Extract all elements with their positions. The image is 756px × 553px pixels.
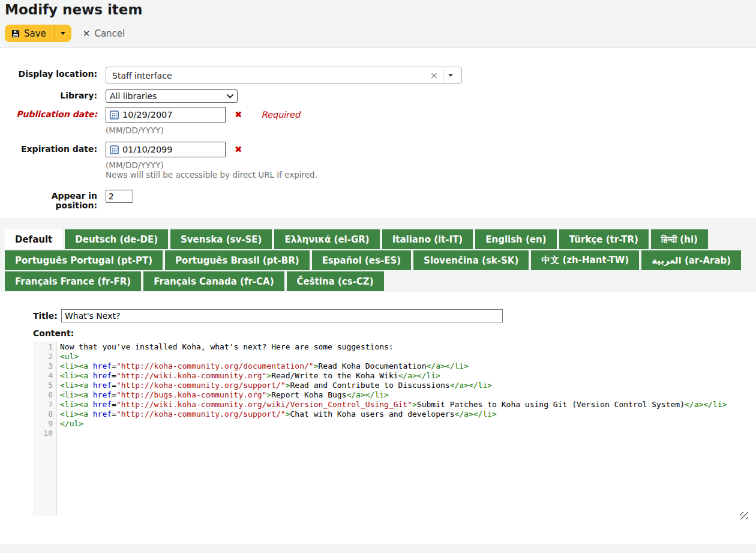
tab-el-gr[interactable]: Ελληνικά (el-GR) — [274, 229, 379, 249]
publication-date-value: 10/29/2007 — [122, 110, 173, 119]
display-location-dropdown-toggle[interactable] — [443, 67, 458, 83]
code-line: <li><a href="http://bugs.koha-community.… — [60, 390, 739, 400]
library-row: Library: All libraries — [0, 88, 756, 103]
library-select[interactable]: All libraries — [106, 89, 238, 103]
tab-zh-hant-tw[interactable]: 中文 (zh-Hant-TW) — [531, 250, 639, 270]
expiration-date-note: News will still be accessible by direct … — [106, 171, 317, 180]
code-line: <li><a href="http://koha-community.org/d… — [60, 361, 739, 371]
content-editor: 12345678910 Now that you've installed Ko… — [33, 342, 739, 516]
expiration-date-format-hint: (MM/DD/YYYY) — [106, 161, 317, 170]
toolbar: Save ✕ Cancel — [5, 25, 756, 42]
position-input[interactable] — [106, 190, 133, 203]
tab-sloven-ina-sk-sk[interactable]: Slovenčina (sk-SK) — [413, 250, 529, 270]
required-badge: Required — [262, 110, 301, 119]
library-selected-value: All libraries — [110, 91, 227, 101]
tab-fran-ais-france-fr-fr[interactable]: Français France (fr-FR) — [5, 271, 141, 291]
line-number: 6 — [33, 390, 53, 400]
tab-svenska-sv-se[interactable]: Svenska (sv-SE) — [170, 229, 272, 249]
chevron-down-icon — [227, 94, 233, 98]
display-location-select[interactable]: Staff interface × — [106, 67, 462, 84]
content-section: Title: Content: 12345678910 Now that you… — [0, 292, 756, 516]
code-line: <li><a href="http://koha-community.org/s… — [60, 409, 739, 419]
clear-publication-date-button[interactable]: ✖ — [231, 109, 246, 121]
display-location-label: Display location: — [0, 67, 97, 79]
line-number: 5 — [33, 381, 53, 390]
title-label: Title: — [33, 311, 58, 321]
tab-default[interactable]: Default — [5, 229, 62, 249]
calendar-icon — [110, 145, 119, 154]
publication-date-input[interactable]: 10/29/2007 — [106, 107, 226, 122]
line-number: 2 — [33, 352, 53, 361]
position-row: Appear in position: — [0, 190, 756, 210]
line-number: 1 — [33, 342, 53, 352]
tab-e-tina-cs-cz[interactable]: Čeština (cs-CZ) — [287, 271, 384, 291]
page-header: Modify news item Save ✕ Cancel — [0, 0, 756, 48]
save-button[interactable]: Save — [5, 25, 54, 42]
page-title: Modify news item — [0, 0, 756, 17]
code-line: <ul> — [60, 352, 739, 361]
code-line: <li><a href="http://koha-community.org/s… — [60, 381, 739, 390]
publication-date-row: Publication date: 10/29/2007 ✖ Required … — [0, 107, 756, 135]
line-number: 3 — [33, 361, 53, 371]
expiration-date-value: 01/10/2099 — [122, 145, 173, 154]
save-icon — [11, 29, 20, 38]
publication-date-label: Publication date: — [0, 107, 97, 119]
chevron-down-icon — [448, 74, 453, 77]
expiration-date-input[interactable]: 01/10/2099 — [106, 142, 226, 157]
code-line: <li><a href="http://wiki.koha-community.… — [60, 400, 739, 409]
code-line: Now that you've installed Koha, what's n… — [60, 342, 739, 352]
tab-row: Português Portugal (pt-PT)Português Bras… — [5, 250, 751, 270]
tab-deutsch-de-de[interactable]: Deutsch (de-DE) — [65, 229, 168, 249]
editor-gutter: 12345678910 — [33, 342, 57, 516]
code-line: <li><a href="http://wiki.koha-community.… — [60, 371, 739, 381]
caret-down-icon — [61, 32, 65, 35]
expiration-date-label: Expiration date: — [0, 142, 97, 154]
tab-portugu-s-brasil-pt-br[interactable]: Português Brasil (pt-BR) — [165, 250, 310, 270]
close-icon: ✕ — [83, 28, 91, 39]
cancel-button[interactable]: ✕ Cancel — [83, 28, 125, 39]
news-item-form: Display location: Staff interface × Libr… — [0, 48, 756, 219]
publication-date-format-hint: (MM/DD/YYYY) — [106, 126, 300, 135]
language-tabs: DefaultDeutsch (de-DE)Svenska (sv-SE)Ελλ… — [0, 219, 756, 292]
display-location-value: Staff interface — [112, 71, 425, 80]
tab-italiano-it-it[interactable]: Italiano (it-IT) — [382, 229, 473, 249]
tab-fran-ais-canada-fr-ca[interactable]: Français Canada (fr-CA) — [143, 271, 284, 291]
content-label: Content: — [33, 328, 756, 338]
line-number: 9 — [33, 419, 53, 429]
calendar-icon — [110, 110, 119, 119]
editor-code-area[interactable]: Now that you've installed Koha, what's n… — [57, 342, 739, 516]
code-line — [60, 429, 739, 438]
save-dropdown-toggle[interactable] — [54, 25, 71, 42]
code-line: </ul> — [60, 419, 739, 429]
library-label: Library: — [0, 88, 97, 100]
line-number: 4 — [33, 371, 53, 381]
tab-english-en[interactable]: English (en) — [475, 229, 556, 249]
resize-grip-icon[interactable] — [740, 512, 748, 519]
tab-ar-arab[interactable]: العربية (ar-Arab) — [641, 250, 741, 270]
line-number: 7 — [33, 400, 53, 409]
cancel-label: Cancel — [94, 28, 125, 39]
tab-hi[interactable]: हिन्दी (hi) — [651, 229, 708, 249]
save-split-button: Save — [5, 25, 71, 42]
tab-t-rk-e-tr-tr[interactable]: Türkçe (tr-TR) — [559, 229, 649, 249]
tab-portugu-s-portugal-pt-pt[interactable]: Português Portugal (pt-PT) — [5, 250, 163, 270]
clear-expiration-date-button[interactable]: ✖ — [231, 144, 246, 156]
tab-row: Français France (fr-FR)Français Canada (… — [5, 271, 751, 291]
line-number: 8 — [33, 409, 53, 419]
tab-espa-ol-es-es[interactable]: Español (es-ES) — [312, 250, 411, 270]
title-input[interactable] — [61, 309, 503, 322]
expiration-date-row: Expiration date: 01/10/2099 ✖ (MM/DD/YYY… — [0, 142, 756, 180]
save-button-label: Save — [24, 28, 46, 39]
position-label: Appear in position: — [0, 190, 97, 210]
tab-row: DefaultDeutsch (de-DE)Svenska (sv-SE)Ελλ… — [5, 229, 751, 249]
line-number: 10 — [33, 429, 53, 438]
display-location-row: Display location: Staff interface × — [0, 67, 756, 84]
page-footer — [0, 545, 756, 553]
clear-selection-icon[interactable]: × — [425, 70, 443, 81]
title-row: Title: — [33, 309, 756, 322]
